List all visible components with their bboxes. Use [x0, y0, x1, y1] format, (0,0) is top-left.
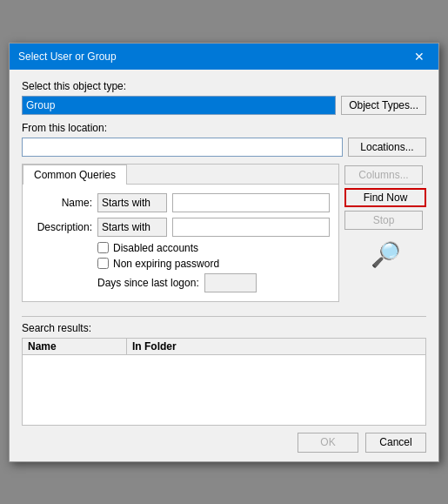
results-list: Name In Folder: [22, 338, 426, 426]
search-results-label: Search results:: [22, 322, 426, 334]
separator: [22, 316, 426, 317]
name-dropdown[interactable]: Starts with Is exactly: [97, 193, 167, 212]
description-label: Description:: [31, 221, 92, 233]
name-dropdown-select[interactable]: Starts with Is exactly: [102, 197, 163, 209]
description-dropdown[interactable]: Starts with Is exactly: [97, 218, 167, 237]
non-expiring-password-row: Non expiring password: [97, 258, 330, 270]
search-icon: 🔎: [344, 240, 426, 269]
left-panel: Common Queries Name: Starts with Is exac…: [22, 164, 339, 311]
results-list-body: [23, 355, 425, 425]
tab-area: Common Queries Name: Starts with Is exac…: [22, 164, 339, 302]
days-dropdown-select[interactable]: 30 60 90: [209, 277, 252, 289]
non-expiring-password-label: Non expiring password: [113, 258, 219, 270]
object-type-input[interactable]: [22, 96, 336, 115]
stop-button: Stop: [344, 211, 423, 230]
days-dropdown[interactable]: 30 60 90: [204, 273, 257, 292]
disabled-accounts-checkbox[interactable]: [97, 242, 109, 253]
results-area: Search results: Name In Folder: [22, 322, 426, 426]
columns-button: Columns...: [344, 165, 423, 185]
ok-button[interactable]: OK: [298, 433, 358, 453]
days-since-row: Days since last logon: 30 60 90: [97, 273, 330, 292]
right-panel: Columns... Find Now Stop 🔎: [339, 164, 426, 311]
days-since-label: Days since last logon:: [97, 277, 199, 289]
description-dropdown-select[interactable]: Starts with Is exactly: [102, 221, 163, 233]
tab-and-buttons: Common Queries Name: Starts with Is exac…: [22, 164, 426, 311]
title-bar: Select User or Group ✕: [10, 44, 438, 70]
location-input[interactable]: [22, 138, 343, 157]
name-input[interactable]: [172, 193, 330, 212]
tab-header: Common Queries: [23, 165, 338, 185]
location-row: Locations...: [22, 138, 426, 157]
locations-button[interactable]: Locations...: [348, 138, 426, 157]
find-now-button[interactable]: Find Now: [344, 188, 426, 207]
results-col-name[interactable]: Name: [23, 339, 127, 354]
object-type-label: Select this object type:: [22, 80, 426, 92]
ok-cancel-row: OK Cancel: [22, 433, 426, 453]
name-row: Name: Starts with Is exactly: [31, 193, 330, 212]
dialog-title: Select User or Group: [18, 50, 117, 63]
results-list-header: Name In Folder: [23, 339, 425, 355]
results-col-folder[interactable]: In Folder: [127, 339, 425, 354]
close-button[interactable]: ✕: [409, 49, 430, 64]
description-row: Description: Starts with Is exactly: [31, 218, 330, 237]
name-label: Name:: [31, 197, 92, 209]
non-expiring-password-checkbox[interactable]: [97, 258, 109, 269]
object-types-button[interactable]: Object Types...: [341, 96, 426, 115]
disabled-accounts-label: Disabled accounts: [113, 242, 198, 254]
dialog: Select User or Group ✕ Select this objec…: [9, 43, 439, 462]
disabled-accounts-row: Disabled accounts: [97, 242, 330, 254]
description-input[interactable]: [172, 218, 330, 237]
common-queries-tab[interactable]: Common Queries: [23, 165, 127, 185]
location-label: From this location:: [22, 122, 426, 134]
tab-content: Name: Starts with Is exactly Des: [23, 185, 338, 301]
object-type-row: Object Types...: [22, 96, 426, 115]
cancel-button[interactable]: Cancel: [365, 433, 426, 453]
